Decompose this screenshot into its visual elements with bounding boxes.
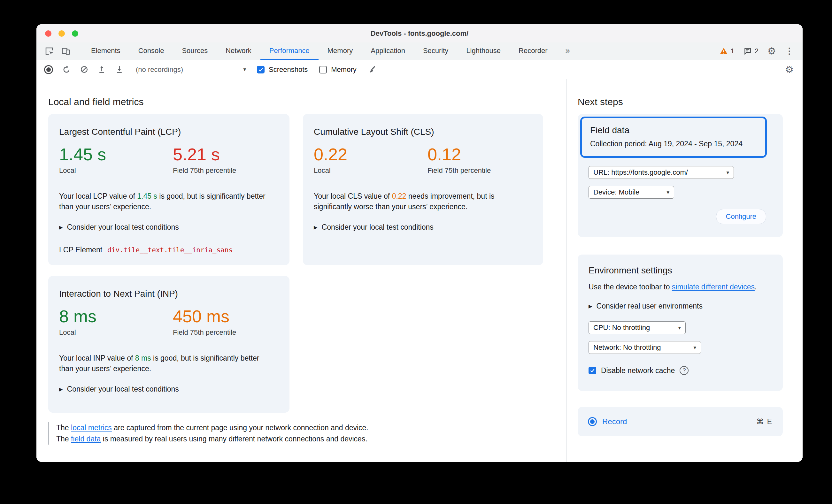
- desc-text: Your local INP value of: [59, 354, 135, 362]
- minimize-window-button[interactable]: [58, 30, 65, 37]
- configure-button[interactable]: Configure: [716, 209, 766, 224]
- tab-label: Memory: [328, 47, 353, 55]
- cls-local-label: Local: [314, 166, 427, 175]
- simulate-devices-link[interactable]: simulate different devices: [672, 283, 755, 291]
- devtools-window: DevTools - fonts.google.com/ Elements Co…: [36, 24, 803, 462]
- clear-icon: [80, 65, 88, 74]
- screenshots-label: Screenshots: [269, 65, 308, 74]
- cls-local-value: 0.22: [314, 145, 427, 164]
- disable-cache-row: Disable network cache ?: [589, 366, 772, 375]
- chevron-down-icon: ▾: [693, 345, 696, 350]
- tab-lighthouse[interactable]: Lighthouse: [457, 43, 510, 60]
- footnote-line-1: The local metrics are captured from the …: [56, 422, 566, 433]
- screenshots-checkbox[interactable]: [257, 66, 264, 74]
- issues-warning-button[interactable]: 1: [720, 47, 734, 55]
- inp-field-value: 450 ms: [173, 307, 236, 326]
- tab-sources[interactable]: Sources: [173, 43, 217, 60]
- cls-metrics-row: 0.22 Local 0.12 Field 75th percentile: [314, 145, 532, 175]
- tab-elements[interactable]: Elements: [82, 43, 129, 60]
- recordings-dropdown[interactable]: (no recordings) ▾: [136, 65, 246, 74]
- inp-description: Your local INP value of 8 ms is good, bu…: [59, 353, 268, 374]
- checkmark-icon: [590, 368, 595, 373]
- tab-label: Sources: [182, 47, 208, 55]
- collect-garbage-icon: [368, 65, 377, 74]
- device-dropdown-value: Device: Mobile: [593, 188, 639, 196]
- settings-gear-icon[interactable]: ⚙: [768, 46, 776, 56]
- tab-performance[interactable]: Performance: [260, 43, 318, 60]
- tab-console[interactable]: Console: [129, 43, 173, 60]
- lcp-description: Your local LCP value of 1.45 s is good, …: [59, 191, 268, 212]
- cls-description: Your local CLS value of 0.22 needs impro…: [314, 191, 523, 212]
- tab-memory[interactable]: Memory: [318, 43, 362, 60]
- tabbar-spacer: [579, 43, 720, 60]
- divider: [59, 345, 279, 345]
- tab-label: Recorder: [519, 47, 547, 55]
- save-profile-button[interactable]: [115, 65, 124, 74]
- reload-and-record-button[interactable]: [62, 65, 71, 74]
- configure-row: Configure: [589, 209, 772, 224]
- metrics-footnote: The local metrics are captured from the …: [48, 422, 566, 445]
- inp-metrics-row: 8 ms Local 450 ms Field 75th percentile: [59, 307, 279, 337]
- title-bar: DevTools - fonts.google.com/: [36, 24, 803, 43]
- field-data-link[interactable]: field data: [71, 435, 101, 443]
- performance-toolbar: (no recordings) ▾ Screenshots Memory ⚙: [36, 60, 803, 79]
- url-dropdown[interactable]: URL: https://fonts.google.com/ ▾: [589, 166, 734, 179]
- real-user-environments-disclosure[interactable]: ▶ Consider real user environments: [589, 302, 772, 311]
- tab-network[interactable]: Network: [217, 43, 260, 60]
- inp-field-metric: 450 ms Field 75th percentile: [173, 307, 236, 337]
- desc-text: Your local CLS value of: [314, 192, 392, 200]
- disclosure-label: Consider your local test conditions: [67, 223, 179, 232]
- lcp-card-title: Largest Contentful Paint (LCP): [59, 127, 279, 137]
- local-metrics-link[interactable]: local metrics: [71, 424, 112, 432]
- record-icon: [44, 65, 53, 74]
- disable-cache-checkbox[interactable]: [589, 367, 596, 374]
- disclosure-triangle-icon: ▶: [314, 225, 318, 230]
- collect-garbage-button[interactable]: [368, 65, 377, 74]
- tab-application[interactable]: Application: [362, 43, 414, 60]
- screenshots-checkbox-row: Screenshots: [257, 65, 308, 74]
- footnote-text: The: [56, 435, 71, 443]
- lcp-test-conditions-disclosure[interactable]: ▶ Consider your local test conditions: [59, 223, 279, 232]
- clear-recordings-button[interactable]: [80, 65, 88, 74]
- device-dropdown[interactable]: Device: Mobile ▾: [589, 186, 674, 198]
- tab-label: Console: [138, 47, 164, 55]
- record-label: Record: [602, 417, 627, 426]
- lcp-local-metric: 1.45 s Local: [59, 145, 173, 175]
- cls-field-metric: 0.12 Field 75th percentile: [427, 145, 491, 175]
- cls-test-conditions-disclosure[interactable]: ▶ Consider your local test conditions: [314, 223, 532, 232]
- tab-recorder[interactable]: Recorder: [510, 43, 556, 60]
- issues-message-button[interactable]: 2: [744, 47, 758, 55]
- inp-local-value: 8 ms: [59, 307, 173, 326]
- memory-checkbox[interactable]: [319, 66, 327, 74]
- zoom-window-button[interactable]: [72, 30, 78, 37]
- record-action-button[interactable]: Record: [588, 417, 627, 426]
- disclosure-triangle-icon: ▶: [59, 387, 63, 392]
- tab-security[interactable]: Security: [414, 43, 457, 60]
- lcp-element-node-link[interactable]: div.tile__text.tile__inria_sans: [107, 246, 233, 254]
- traffic-lights: [45, 24, 78, 43]
- lcp-element-label: LCP Element: [59, 246, 102, 254]
- lcp-local-label: Local: [59, 166, 173, 175]
- disclosure-label: Consider your local test conditions: [67, 385, 179, 394]
- help-icon[interactable]: ?: [680, 366, 688, 375]
- memory-checkbox-row: Memory: [319, 65, 356, 74]
- network-dropdown-value: Network: No throttling: [593, 343, 661, 352]
- close-window-button[interactable]: [45, 30, 51, 37]
- lcp-field-metric: 5.21 s Field 75th percentile: [173, 145, 236, 175]
- download-icon: [115, 65, 124, 74]
- footnote-text: is measured by real users using many dif…: [101, 435, 367, 443]
- device-toolbar-icon[interactable]: [59, 45, 73, 57]
- more-tabs-button[interactable]: »: [556, 43, 579, 60]
- load-profile-button[interactable]: [98, 65, 106, 74]
- cpu-throttling-dropdown[interactable]: CPU: No throttling ▾: [589, 321, 686, 334]
- field-data-card: Field data Collection period: Aug 19, 20…: [578, 114, 783, 237]
- inp-field-label: Field 75th percentile: [173, 328, 236, 337]
- record-button[interactable]: [44, 65, 53, 74]
- inp-test-conditions-disclosure[interactable]: ▶ Consider your local test conditions: [59, 385, 279, 394]
- desc-text: Your local LCP value of: [59, 192, 137, 200]
- inspect-element-icon[interactable]: [42, 45, 56, 57]
- network-throttling-dropdown[interactable]: Network: No throttling ▾: [589, 341, 701, 354]
- record-shortcut: ⌘ E: [756, 418, 773, 426]
- capture-settings-gear-icon[interactable]: ⚙: [785, 65, 794, 74]
- kebab-menu-icon[interactable]: ⋮: [785, 47, 794, 56]
